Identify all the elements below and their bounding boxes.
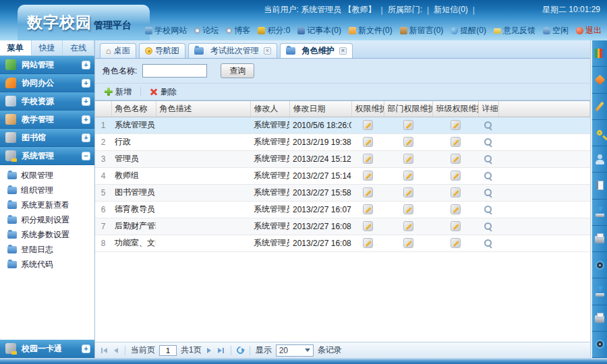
submenu-item[interactable]: 登陆日志	[0, 242, 94, 257]
dept-permission-edit-icon[interactable]	[403, 238, 413, 248]
dept-permission-edit-icon[interactable]	[403, 187, 413, 198]
class-permission-edit-icon[interactable]	[451, 137, 461, 147]
permission-edit-icon[interactable]	[363, 221, 373, 231]
sidebar-tab-shortcut[interactable]: 快捷	[32, 40, 63, 55]
table-row[interactable]: 2 行政 系统管理员 2013/2/19 19:38:00	[95, 133, 590, 150]
query-button[interactable]: 查询	[221, 63, 254, 78]
detail-magnifier-icon[interactable]	[484, 155, 493, 164]
sidebar-group[interactable]: 系统管理 −	[0, 147, 94, 165]
header-link[interactable]: 新文件(0)	[349, 25, 393, 36]
submenu-item[interactable]: 系统代码	[0, 257, 94, 272]
sidebar-group[interactable]: 网站管理 +	[0, 56, 94, 74]
detail-magnifier-icon[interactable]	[484, 121, 493, 130]
sidebar-group[interactable]: 教学管理 +	[0, 111, 94, 129]
page-size-select[interactable]: 20	[276, 344, 314, 357]
permission-edit-icon[interactable]	[363, 238, 373, 248]
class-permission-edit-icon[interactable]	[451, 204, 461, 214]
right-rail-button[interactable]	[592, 200, 607, 226]
dept-permission-edit-icon[interactable]	[403, 204, 413, 214]
expand-toggle-icon[interactable]: −	[82, 152, 90, 160]
class-permission-edit-icon[interactable]	[451, 120, 461, 130]
header-link[interactable]: 提醒(0)	[451, 25, 486, 36]
class-permission-edit-icon[interactable]	[451, 187, 461, 198]
detail-magnifier-icon[interactable]	[484, 239, 493, 248]
new-sms-link[interactable]: 新短信(0)	[434, 4, 468, 16]
expand-toggle-icon[interactable]: +	[82, 79, 90, 88]
right-rail-button[interactable]	[592, 226, 607, 252]
right-rail-button[interactable]	[592, 278, 607, 305]
close-icon[interactable]: ×	[264, 47, 271, 55]
permission-edit-icon[interactable]	[363, 204, 373, 214]
tab-navigation-map[interactable]: 导航图	[139, 43, 185, 58]
class-permission-edit-icon[interactable]	[451, 221, 461, 231]
dept-permission-edit-icon[interactable]	[403, 137, 413, 147]
tab-desktop[interactable]: ⌂ 桌面	[100, 43, 136, 58]
header-link[interactable]: 记事本(0)	[297, 25, 341, 36]
table-row[interactable]: 5 图书管理员 系统管理员 2013/2/27 15:58:00	[95, 184, 590, 201]
header-link[interactable]: 意见反馈	[494, 25, 536, 36]
right-rail-button[interactable]	[592, 173, 607, 199]
right-rail-button[interactable]	[592, 40, 607, 67]
expand-toggle-icon[interactable]: +	[82, 115, 90, 124]
sidebar-group[interactable]: 图书馆 +	[0, 129, 94, 147]
class-permission-edit-icon[interactable]	[451, 238, 461, 248]
tab-role-maintenance[interactable]: 角色维护 ×	[280, 43, 353, 58]
add-button[interactable]: 新增	[101, 85, 135, 99]
expand-toggle-icon[interactable]: +	[82, 61, 90, 69]
tab-exam-batch-management[interactable]: 考试批次管理 ×	[188, 43, 277, 58]
header-link[interactable]: 空闲	[543, 25, 569, 36]
expand-toggle-icon[interactable]: +	[82, 344, 90, 353]
refresh-icon[interactable]	[235, 345, 245, 356]
expand-toggle-icon[interactable]: +	[82, 97, 90, 106]
right-rail-button[interactable]	[592, 120, 607, 146]
header-link[interactable]: 积分:0	[258, 25, 290, 36]
delete-button[interactable]: 删除	[146, 85, 180, 99]
dept-permission-edit-icon[interactable]	[403, 221, 413, 231]
right-rail-button[interactable]	[592, 67, 607, 93]
detail-magnifier-icon[interactable]	[484, 189, 493, 198]
table-row[interactable]: 6 德育教导员 系统管理员 2013/2/27 16:07:00	[95, 201, 590, 218]
sidebar-tab-menu[interactable]: 菜单	[0, 40, 32, 55]
class-permission-edit-icon[interactable]	[451, 154, 461, 164]
prev-page-button[interactable]	[113, 348, 119, 353]
close-icon[interactable]: ×	[339, 47, 347, 55]
table-row[interactable]: 3 管理员 系统管理员 2013/2/24 15:12:00	[95, 150, 590, 167]
right-rail-button[interactable]	[592, 305, 607, 332]
page-number-input[interactable]	[159, 345, 177, 356]
permission-edit-icon[interactable]	[363, 137, 373, 147]
table-row[interactable]: 4 教师组 系统管理员 2013/2/27 15:14:00	[95, 167, 590, 184]
header-link[interactable]: 论坛	[194, 25, 219, 36]
sidebar-group[interactable]: 学校资源 +	[0, 92, 94, 111]
class-permission-edit-icon[interactable]	[451, 171, 461, 181]
header-link[interactable]: 学校网站	[145, 25, 187, 36]
submenu-item[interactable]: 积分规则设置	[0, 212, 94, 227]
detail-magnifier-icon[interactable]	[484, 138, 493, 147]
table-row[interactable]: 1 系统管理员 系统管理员 2010/5/6 18:26:00	[95, 117, 590, 133]
role-name-input[interactable]	[142, 64, 207, 78]
sidebar-group[interactable]: 协同办公 +	[0, 74, 94, 92]
next-page-button[interactable]	[206, 348, 212, 353]
right-rail-button[interactable]	[592, 252, 607, 278]
right-rail-button[interactable]	[592, 94, 607, 120]
header-link[interactable]: 博客	[226, 25, 250, 36]
last-page-button[interactable]	[216, 348, 225, 353]
dept-permission-edit-icon[interactable]	[403, 154, 413, 164]
submenu-item[interactable]: 权限管理	[0, 168, 94, 183]
submenu-item[interactable]: 组织管理	[0, 183, 94, 198]
permission-edit-icon[interactable]	[363, 171, 373, 181]
detail-magnifier-icon[interactable]	[484, 172, 493, 181]
table-row[interactable]: 8 功能室、文印 系统管理员 2013/2/27 16:08:00	[95, 235, 590, 251]
header-link[interactable]: 新留言(0)	[400, 25, 444, 36]
right-rail-button[interactable]	[592, 146, 607, 173]
submenu-item[interactable]: 系统参数设置	[0, 227, 94, 242]
dept-permission-edit-icon[interactable]	[403, 120, 413, 130]
right-rail-button[interactable]	[592, 332, 607, 358]
sidebar-tab-online[interactable]: 在线	[63, 40, 94, 55]
table-row[interactable]: 7 后勤财产管理员 系统管理员 2013/2/27 16:08:00	[95, 218, 590, 235]
detail-magnifier-icon[interactable]	[484, 206, 493, 214]
first-page-button[interactable]	[100, 348, 109, 353]
permission-edit-icon[interactable]	[363, 187, 373, 198]
dept-permission-edit-icon[interactable]	[403, 171, 413, 181]
permission-edit-icon[interactable]	[363, 154, 373, 164]
permission-edit-icon[interactable]	[363, 120, 373, 130]
